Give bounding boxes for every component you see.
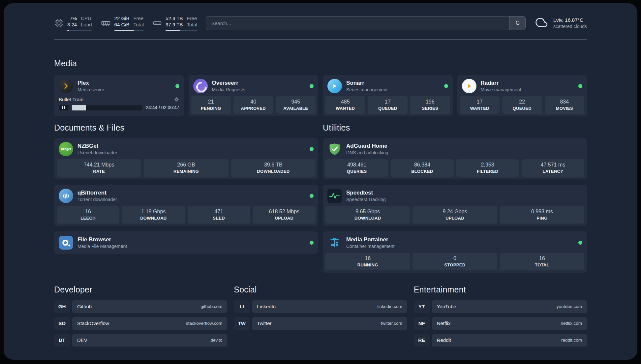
bookmarks-column-developer: Developer GH Github github.com SO StackO… <box>54 285 227 351</box>
bookmark-stackoverflow[interactable]: SO StackOverflow stackoverflow.com <box>54 317 227 330</box>
stat-value: 16 <box>58 209 118 215</box>
service-name: NZBGet <box>77 143 117 149</box>
section-heading-documents: Documents & Files <box>54 123 318 133</box>
bookmark-linkedin[interactable]: LI LinkedIn linkedin.com <box>234 300 407 313</box>
stat-value: 945 <box>277 99 315 105</box>
stat-tile: 1.19 Gbps DOWNLOAD <box>122 206 185 224</box>
stat-label: APPROVED <box>235 106 272 111</box>
stat-label: TOTAL <box>501 262 583 267</box>
stat-value: 196 <box>412 99 449 105</box>
filebrowser-card-header[interactable]: File Browser Media File Management <box>57 234 316 251</box>
topbar-divider <box>54 40 587 40</box>
portainer-icon <box>327 235 342 250</box>
status-dot <box>310 147 314 151</box>
service-subtitle: Media server <box>77 87 104 92</box>
plex-card-header[interactable]: Plex Media server <box>57 77 181 96</box>
service-name: Plex <box>77 80 104 86</box>
disk-free-value: 52.4 TB <box>166 15 183 21</box>
documents-column: Documents & Files nzbget NZBGet Usenet d… <box>54 123 318 273</box>
top-status-bar: 7% CPU 3.24 Load 22 GiB Free 64 GiB Tota… <box>54 15 587 31</box>
bookmark-netflix[interactable]: NF Netflix netflix.com <box>414 317 587 330</box>
stat-label: LATENCY <box>523 169 583 174</box>
stat-value: 86,384 <box>392 162 452 168</box>
stat-label: UPLOAD <box>254 216 314 221</box>
qbittorrent-card-header[interactable]: qb qBittorrent Torrent downloader <box>57 187 316 206</box>
stat-value: 17 <box>369 99 407 105</box>
stat-tile: 16 RUNNING <box>325 253 410 270</box>
memory-progress-bar <box>114 30 144 31</box>
stat-value: 16 <box>327 256 409 261</box>
stat-value: 834 <box>546 99 583 105</box>
service-card-speedtest: Speedtest Speedtest Tracking 9.65 Gbps D… <box>323 185 587 226</box>
status-dot <box>578 84 582 88</box>
bookmark-twitter[interactable]: TW Twitter twitter.com <box>234 317 407 330</box>
service-name: Sonarr <box>346 80 387 86</box>
stat-tile: 17 QUEUED <box>368 96 408 114</box>
adguard-card-header[interactable]: AdGuard Home DNS and adblocking <box>325 140 584 159</box>
playback-time: 24:44 / 02:06:47 <box>146 105 179 110</box>
stat-tile: 22 QUEUED <box>502 96 542 114</box>
stat-tile: 86,384 BLOCKED <box>391 159 453 177</box>
status-dot <box>175 84 179 88</box>
bookmark-name: YouTube <box>437 304 456 309</box>
service-subtitle: Container management <box>346 244 394 249</box>
utilities-column: Utilities AdGuard Home DNS and adblockin… <box>323 123 587 273</box>
bookmark-name: LinkedIn <box>257 304 276 309</box>
bookmark-github[interactable]: GH Github github.com <box>54 300 227 313</box>
cpu-usage-value: 7% <box>67 15 77 21</box>
bookmark-domain: twitter.com <box>381 321 402 326</box>
status-dot <box>444 84 448 88</box>
stat-value: 744.21 Mbps <box>58 162 140 168</box>
media-card-grid: Plex Media server Bullet Train 24:44 / 0… <box>54 75 587 116</box>
service-card-portainer: Media Portainer Container management 16 … <box>323 231 587 273</box>
stat-label: UPLOAD <box>414 216 496 221</box>
stat-tile: 618.52 Mbps UPLOAD <box>253 206 316 224</box>
bookmark-domain: reddit.com <box>561 338 582 343</box>
media-player-controls: 24:44 / 02:06:47 <box>57 105 181 112</box>
search-input[interactable] <box>206 16 526 30</box>
section-heading-entertainment: Entertainment <box>414 285 587 294</box>
bookmark-dev[interactable]: DT DEV dev.to <box>54 334 227 347</box>
service-card-sonarr: Sonarr Series management 485 WANTED 17 Q… <box>323 75 453 116</box>
adguard-icon <box>327 142 342 156</box>
service-card-overseerr: Overseerr Media Requests 21 PENDING 40 A… <box>189 75 319 116</box>
stat-value: 39.6 TB <box>232 162 314 168</box>
sonarr-icon <box>327 79 342 93</box>
stat-label: WANTED <box>461 106 499 111</box>
stat-label: DOWNLOADED <box>232 169 314 174</box>
service-name: Radarr <box>481 80 521 86</box>
bookmark-youtube[interactable]: YT YouTube youtube.com <box>414 300 587 313</box>
bookmark-name: Github <box>77 304 92 309</box>
stat-tile: 0.993 ms PING <box>500 206 584 224</box>
nzbget-card-header[interactable]: nzbget NZBGet Usenet downloader <box>57 140 316 159</box>
bookmark-reddit[interactable]: RE Reddit reddit.com <box>414 334 587 347</box>
stat-label: FILTERED <box>458 169 518 174</box>
bookmark-name: StackOverflow <box>77 320 109 326</box>
disk-free-label: Free <box>187 15 197 21</box>
service-subtitle: Series management <box>346 87 387 92</box>
service-subtitle: Media Requests <box>212 87 245 92</box>
qbittorrent-icon: qb <box>59 189 73 203</box>
overseerr-card-header[interactable]: Overseerr Media Requests <box>191 77 316 96</box>
stat-tile: 47.571 ms LATENCY <box>522 159 584 177</box>
stat-label: QUERIES <box>327 169 387 174</box>
portainer-card-header[interactable]: Media Portainer Container management <box>325 234 584 253</box>
stat-label: SERIES <box>412 106 449 111</box>
speedtest-card-header[interactable]: Speedtest Speedtest Tracking <box>325 187 584 206</box>
stat-tile: 834 MOVIES <box>545 96 585 114</box>
service-card-plex: Plex Media server Bullet Train 24:44 / 0… <box>54 75 184 116</box>
bookmark-abbr: NF <box>414 317 430 330</box>
bookmarks-column-social: Social LI LinkedIn linkedin.com TW Twitt… <box>234 285 407 351</box>
stat-tile: 266 GB REMAINING <box>144 159 228 177</box>
search-provider-button[interactable]: G <box>509 16 526 30</box>
service-name: AdGuard Home <box>346 143 388 149</box>
stat-value: 485 <box>327 99 364 105</box>
gear-icon[interactable] <box>174 97 179 102</box>
sonarr-card-header[interactable]: Sonarr Series management <box>325 77 450 96</box>
playback-progress-bar <box>72 105 142 110</box>
memory-icon <box>101 18 111 28</box>
disk-widget: 52.4 TB Free 97.9 TB Total <box>152 15 197 31</box>
pause-button[interactable] <box>59 105 69 110</box>
stat-value: 1.19 Gbps <box>123 209 183 215</box>
radarr-card-header[interactable]: Radarr Movie management <box>460 77 585 96</box>
